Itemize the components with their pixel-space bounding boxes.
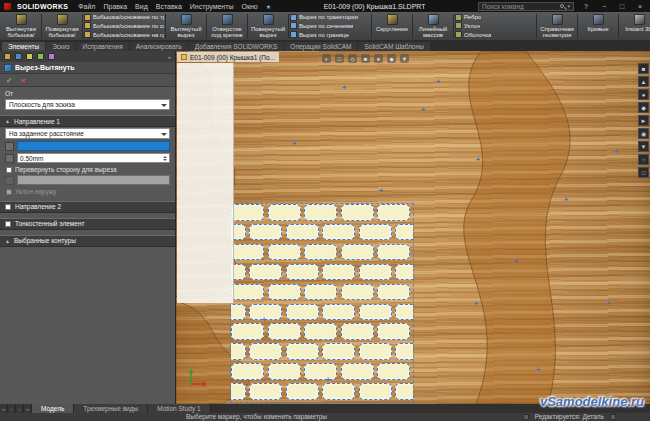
sketch-brick[interactable]	[359, 304, 392, 321]
sketch-point[interactable]: +	[474, 300, 478, 307]
sketch-brick[interactable]	[395, 304, 414, 321]
menu-Файл[interactable]: Файл	[78, 3, 95, 10]
sketch-brick[interactable]	[268, 323, 301, 340]
sketch-brick[interactable]	[286, 343, 319, 360]
boundary-cut-button[interactable]: Вырез по границе	[290, 31, 370, 39]
sketch-brick[interactable]	[359, 224, 392, 241]
close-button[interactable]: ×	[634, 3, 646, 10]
sketch-point[interactable]: +	[292, 140, 296, 147]
tab-SolidCAM Шаблоны[interactable]: SolidCAM Шаблоны	[358, 42, 429, 51]
lofted-cut-button[interactable]: Вырез по сечениям	[290, 22, 370, 30]
tab-scroll-button[interactable]: »	[24, 404, 32, 413]
reference-geometry-button[interactable]: Справочная геометрия	[538, 13, 576, 39]
thin-feature-checkbox[interactable]	[5, 221, 11, 227]
right-tool-2-icon[interactable]: ▲	[638, 76, 649, 87]
sketch-brick[interactable]	[359, 264, 392, 281]
ok-button[interactable]: ✓	[6, 76, 13, 85]
zoom-area-icon[interactable]: □	[335, 54, 344, 63]
right-tool-7-icon[interactable]: ▼	[638, 141, 649, 152]
hide-show-items-icon[interactable]: ●	[374, 54, 383, 63]
sketch-brick[interactable]	[377, 244, 410, 261]
sketch-brick[interactable]	[341, 244, 374, 261]
right-tool-9-icon[interactable]: □	[638, 167, 649, 178]
right-tool-1-icon[interactable]: ■	[638, 63, 649, 74]
hole-wizard-button[interactable]: Отверстие под крепеж	[208, 13, 246, 39]
tab-scroll-button[interactable]: ›	[16, 404, 24, 413]
sketch-brick[interactable]	[286, 224, 319, 241]
sketch-brick[interactable]	[341, 284, 374, 301]
sketch-point[interactable]: +	[421, 106, 425, 113]
sketch-brick[interactable]	[286, 264, 319, 281]
revolved-cut-button[interactable]: Повернутый вырез	[249, 13, 287, 39]
display-manager-tab-icon[interactable]	[48, 53, 55, 60]
feature-tree-header[interactable]: E01-009 (00) Крышка1 (По...	[177, 52, 279, 62]
sketch-brick[interactable]	[322, 264, 355, 281]
sketch-brick[interactable]	[395, 343, 414, 360]
sketch-brick[interactable]	[249, 343, 282, 360]
menu-Инструменты[interactable]: Инструменты	[190, 3, 234, 10]
tab-Элементы[interactable]: Элементы	[2, 42, 45, 51]
sketch-point[interactable]: +	[536, 366, 540, 373]
right-tool-4-icon[interactable]: ◆	[638, 102, 649, 113]
menu-Правка[interactable]: Правка	[103, 3, 127, 10]
shell-button[interactable]: Оболочка	[455, 31, 535, 39]
direction2-header[interactable]: Направление 2	[0, 201, 175, 213]
dimxpert-manager-tab-icon[interactable]	[37, 53, 44, 60]
sketch-brick[interactable]	[322, 304, 355, 321]
sketch-brick[interactable]	[377, 284, 410, 301]
tab-scroll-button[interactable]: ‹	[8, 404, 16, 413]
thin-feature-header[interactable]: Тонкостенный элемент	[0, 218, 175, 230]
graphics-area[interactable]: ++++++++++++++ E01-009 (00) Крышка1 (По.…	[176, 51, 650, 404]
tab-Анализировать[interactable]: Анализировать	[130, 42, 188, 51]
sketch-brick-pattern[interactable]	[230, 203, 414, 403]
appearance-icon[interactable]: ◆	[387, 54, 396, 63]
status-toggle-icon[interactable]	[610, 414, 616, 420]
sketch-brick[interactable]	[359, 383, 392, 400]
sketch-point[interactable]: +	[379, 187, 383, 194]
feature-manager-tab-icon[interactable]	[4, 53, 11, 60]
maximize-button[interactable]: □	[616, 3, 628, 10]
sketch-brick[interactable]	[230, 383, 246, 400]
sketch-brick[interactable]	[304, 363, 337, 380]
sketch-brick[interactable]	[231, 244, 264, 261]
sketch-brick[interactable]	[304, 204, 337, 221]
search-dropdown-chevron-icon[interactable]: ▾	[567, 3, 570, 9]
sketch-brick[interactable]	[304, 323, 337, 340]
sketch-brick[interactable]	[304, 244, 337, 261]
sketch-brick[interactable]	[341, 323, 374, 340]
tab-scroll-button[interactable]: «	[0, 404, 8, 413]
sketch-brick[interactable]	[231, 323, 264, 340]
sketch-brick[interactable]	[377, 363, 410, 380]
sketch-point[interactable]: +	[436, 78, 440, 85]
sketch-brick[interactable]	[230, 304, 246, 321]
cancel-button[interactable]: ×	[21, 76, 26, 85]
tab-Добавления SOLIDWORKS[interactable]: Добавления SOLIDWORKS	[189, 42, 284, 51]
command-search[interactable]: Поиск команд ▾	[478, 2, 574, 11]
sketch-brick[interactable]	[395, 383, 414, 400]
instant3d-button[interactable]: Instant 3D	[620, 13, 650, 39]
sketch-brick[interactable]	[231, 363, 264, 380]
sketch-brick[interactable]	[249, 383, 282, 400]
extruded-boss-button[interactable]: Вытянутая бобышка/основание	[2, 13, 40, 39]
sketch-brick[interactable]	[377, 323, 410, 340]
tab-Операции SolidCAM[interactable]: Операции SolidCAM	[284, 42, 357, 51]
menu-Вид[interactable]: Вид	[135, 3, 148, 10]
view-tab-3[interactable]: Motion Study 1	[148, 404, 210, 413]
depth-spinner[interactable]	[163, 154, 167, 163]
flip-side-checkbox[interactable]: Перевернуть сторону для выреза	[6, 166, 169, 173]
linear-pattern-button[interactable]: Линейный массив	[414, 13, 452, 39]
from-combo[interactable]: Плоскость для эскиза	[5, 99, 170, 110]
swept-cut-button[interactable]: Вырез по траектории	[290, 13, 370, 21]
panel-expand-chevron-icon[interactable]: »	[168, 54, 171, 60]
sketch-brick[interactable]	[249, 224, 282, 241]
boundary-boss-button[interactable]: Бобышка/основание на границе	[84, 31, 164, 39]
menu-Окно[interactable]: Окно	[241, 3, 257, 10]
sketch-point[interactable]: +	[476, 156, 480, 163]
curves-button[interactable]: Кривые	[579, 13, 617, 39]
sketch-brick[interactable]	[414, 323, 415, 340]
right-tool-3-icon[interactable]: ●	[638, 89, 649, 100]
menu-Вставка[interactable]: Вставка	[156, 3, 182, 10]
feature-tree-flyout[interactable]	[177, 63, 234, 303]
view-tab-1[interactable]: Модель	[32, 404, 74, 413]
view-orientation-icon[interactable]: ◇	[348, 54, 357, 63]
